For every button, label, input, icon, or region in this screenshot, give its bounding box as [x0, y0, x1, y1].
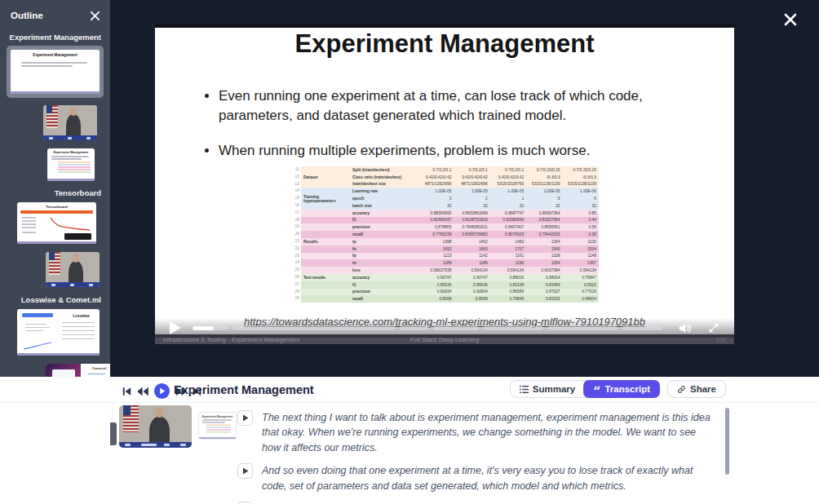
play-button[interactable] — [166, 321, 183, 334]
slide-title: Experiment Management — [155, 29, 734, 59]
cell-value: 1113 — [418, 254, 454, 258]
progress-segment[interactable] — [483, 326, 543, 330]
thumbnail-slide-losswise[interactable]: Losswise — [17, 309, 100, 356]
cell-value: 1189 — [418, 261, 454, 265]
cell-value: 0.7/0.2/0.1 — [418, 168, 454, 172]
cell-value: 0.90747 — [454, 276, 489, 280]
table-row: 25 loss 0.59637538 0.594134 0.594134 0.6… — [292, 267, 599, 274]
row-number: 24 — [292, 259, 301, 267]
cell-value: 0.85636 — [418, 283, 454, 287]
cell-value: 0.90747 — [418, 276, 454, 280]
carousel-current-frame[interactable] — [119, 405, 192, 448]
outline-section-experiment-management: Experiment Management — [0, 33, 110, 42]
outline-sidebar: Outline Experiment Management Experiment… — [0, 0, 110, 377]
table-row: 13 train/dev/test size 4871/1392/696 487… — [292, 181, 599, 188]
row-metric: Class ratio (train/dev/test) — [352, 175, 418, 179]
progress-played — [193, 326, 214, 330]
cell-value: 0.44 — [563, 218, 599, 222]
transcript-play-icon[interactable] — [237, 410, 253, 426]
table-row: 23 fp 1113 1142 1161 1108 1148 — [292, 253, 599, 260]
thumbnail-video-frame-2[interactable] — [46, 252, 100, 287]
thumbnail-slide-experiment-table[interactable]: Experiment Management — [47, 148, 95, 181]
row-metric: loss — [352, 268, 418, 272]
progress-segment[interactable] — [433, 326, 479, 330]
transcript-scrollbar[interactable] — [725, 408, 729, 475]
table-row: 18 f1 0.82495437 0.8108753316 0.82380946… — [292, 217, 599, 224]
cell-value: 0.8076923 — [490, 232, 526, 237]
rewind-icon[interactable] — [137, 387, 148, 396]
play-pause-icon[interactable] — [154, 383, 170, 399]
panel-body: Experiment Management The next thing I w… — [0, 403, 819, 503]
summary-list-icon — [520, 385, 529, 394]
player-controls — [155, 318, 734, 338]
transcript-play-icon[interactable] — [237, 463, 253, 479]
cell-value: 0.42/0.42/0.42 — [490, 175, 526, 179]
cell-value: 0.42/0.42/0.42 — [454, 175, 489, 179]
cell-value: 0.8407407 — [490, 225, 526, 229]
summary-button[interactable]: Summary — [511, 381, 584, 397]
slide-bullets: Even running one experiment at a time, c… — [219, 86, 708, 176]
cell-value: 1185 — [454, 261, 489, 265]
thumbnail-slide-cometml[interactable]: Comet.ml — [46, 364, 110, 377]
table-row: 29 recall 0.8099 0.8099 0.79846 0.83226 … — [292, 295, 599, 303]
cell-value: 0.594134 — [490, 268, 526, 272]
experiment-spreadsheet: 11 Split (trian/dev/test) 0.7/0.2/0.1 0.… — [292, 166, 599, 303]
row-number: 14 — [292, 188, 301, 195]
cell-value: 1402 — [454, 240, 489, 244]
cell-value: 1130 — [563, 240, 599, 244]
cell-value: 1504 — [563, 247, 599, 251]
cell-value: 0.86997364 — [526, 211, 562, 215]
volume-icon[interactable] — [678, 322, 692, 334]
share-link-icon — [677, 385, 686, 394]
cell-value: 0.88026 — [490, 276, 526, 280]
progress-segment[interactable] — [232, 326, 396, 330]
progress-segment[interactable] — [547, 326, 618, 330]
table-row: 16 batch size 32 32 32 32 32 — [292, 202, 599, 210]
cell-value: 0.82380946 — [490, 218, 526, 222]
table-row: 11 Split (trian/dev/test) 0.7/0.2/0.1 0.… — [292, 166, 599, 174]
thumbnail-video-frame-1[interactable] — [43, 105, 97, 140]
slide-frame: Experiment Management Even running one e… — [155, 28, 734, 334]
cell-value: 1.00E-05 — [526, 189, 562, 193]
cell-value: 0.7/0.15/0.15 — [526, 168, 562, 172]
video-player[interactable]: Experiment Management Even running one e… — [155, 24, 734, 344]
cell-value: 0.90934 — [454, 290, 489, 294]
fullscreen-icon[interactable] — [708, 322, 719, 334]
table-row: 26 Test results accuracy 0.90747 0.90747… — [292, 274, 599, 281]
row-metric: precision — [352, 290, 418, 294]
cell-value: 0.878865 — [418, 225, 454, 229]
cell-value: 4871/1392/696 — [454, 182, 489, 186]
share-button[interactable]: Share — [667, 380, 726, 398]
cell-value: 1161 — [490, 254, 526, 258]
slide-bullet: When running multiple experiments, probl… — [219, 141, 708, 161]
thumbnail-slide-experiment-management-selected[interactable]: Experiment Management — [7, 46, 104, 98]
cell-value: 1148 — [563, 254, 599, 258]
carousel-next-thumbnail[interactable]: Experiment Management — [198, 412, 237, 440]
cell-value: 1692 — [418, 247, 454, 251]
cell-value: 0.83469 — [526, 283, 562, 287]
progress-segment[interactable] — [193, 326, 228, 330]
close-overlay-icon[interactable] — [780, 9, 801, 30]
cell-value: 1707 — [490, 247, 526, 251]
transcript-entry: The next thing I want to talk about is e… — [237, 410, 715, 455]
cell-value: 0.88304595 — [418, 211, 454, 215]
progress-segment[interactable] — [622, 326, 662, 330]
row-number: 11 — [292, 166, 301, 174]
cell-value: 0.7780239 — [418, 232, 454, 237]
row-group: Dataset — [301, 175, 352, 179]
mini-slide-title: Tensorboard — [17, 202, 96, 209]
cell-value: 0.83226 — [526, 297, 562, 301]
cell-value: 6 — [563, 197, 599, 201]
outline-close-icon[interactable] — [91, 11, 100, 20]
cell-value: 32 — [490, 204, 526, 208]
cell-value: 32 — [563, 204, 599, 208]
carousel-prev-thumbnail[interactable] — [110, 422, 117, 445]
thumbnail-slide-tensorboard[interactable]: Tensorboard — [17, 202, 96, 244]
row-number: 18 — [292, 217, 301, 224]
transcript-button[interactable]: “ Transcript — [583, 380, 660, 398]
skip-to-start-icon[interactable] — [122, 387, 131, 396]
progress-segment[interactable] — [400, 326, 429, 330]
row-number: 29 — [292, 295, 301, 303]
row-metric: recall — [352, 232, 418, 237]
row-metric: fp — [352, 254, 418, 258]
